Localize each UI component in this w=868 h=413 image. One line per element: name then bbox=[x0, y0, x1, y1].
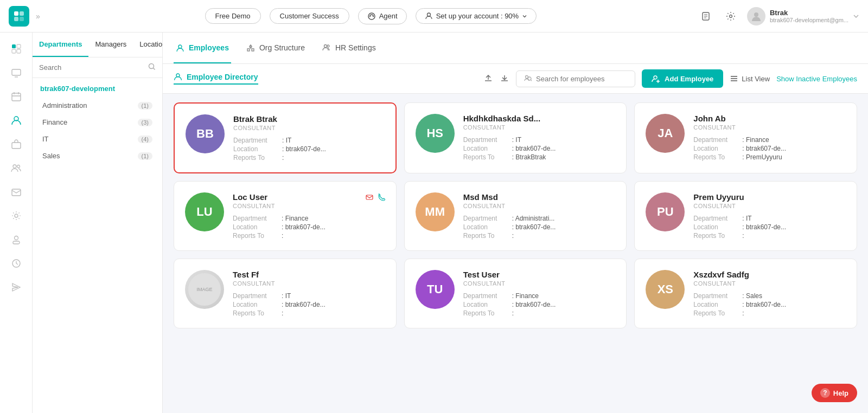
department-item[interactable]: Administration(1) bbox=[37, 97, 158, 114]
sidebar-clock-icon[interactable] bbox=[5, 253, 27, 274]
settings-icon-button[interactable] bbox=[722, 8, 739, 25]
svg-rect-3 bbox=[20, 17, 24, 21]
avatar: TU bbox=[416, 270, 455, 309]
svg-rect-21 bbox=[12, 189, 21, 196]
svg-rect-11 bbox=[12, 44, 16, 48]
employee-grid: BB Btrak Btrak CONSULTANT Department : I… bbox=[163, 94, 868, 413]
employee-card[interactable]: LU Loc User CONSULTANT Department : Fina… bbox=[174, 181, 397, 251]
sidebar-search-input[interactable] bbox=[39, 63, 145, 72]
employee-card[interactable]: MM Msd Msd CONSULTANT Department : Admin… bbox=[404, 181, 627, 251]
svg-rect-2 bbox=[14, 17, 18, 21]
employee-card[interactable]: IMAGE Test Ff CONSULTANT Department : IT… bbox=[174, 259, 397, 328]
sidebar-team-icon[interactable] bbox=[5, 157, 27, 179]
department-item[interactable]: Finance(3) bbox=[37, 114, 158, 131]
nav-expand-icon[interactable]: » bbox=[36, 12, 40, 21]
main-tabs: Employees Org Structure bbox=[163, 33, 868, 64]
employee-name: Hkdhkdhaskda Sd... bbox=[463, 114, 541, 123]
employee-details: Department : Finance Location : btrak607… bbox=[693, 136, 846, 161]
search-employees-input[interactable] bbox=[536, 75, 627, 83]
list-view-icon bbox=[730, 74, 738, 83]
tab-departments[interactable]: Departments bbox=[33, 33, 88, 57]
employee-card[interactable]: XS Xszdxvf Sadfg CONSULTANT Department :… bbox=[634, 259, 857, 328]
help-button[interactable]: ? Help bbox=[812, 384, 857, 402]
svg-rect-14 bbox=[17, 49, 21, 53]
setup-account-button[interactable]: Set up your account : 90% bbox=[416, 8, 537, 24]
tab-hr-settings[interactable]: HR Settings bbox=[320, 33, 378, 63]
free-demo-button[interactable]: Free Demo bbox=[205, 8, 261, 24]
content-area: Departments Managers Locations btrak607-… bbox=[33, 33, 868, 413]
sidebar-mail-icon[interactable] bbox=[5, 181, 27, 203]
upload-icon[interactable] bbox=[483, 73, 493, 85]
directory-tab[interactable]: Employee Directory bbox=[174, 73, 258, 85]
avatar: HS bbox=[416, 114, 455, 153]
svg-rect-13 bbox=[12, 49, 16, 53]
email-icon bbox=[366, 193, 373, 201]
show-inactive-button[interactable]: Show Inactive Employees bbox=[776, 75, 857, 83]
sidebar-send-icon[interactable] bbox=[5, 276, 27, 298]
svg-point-22 bbox=[15, 214, 18, 217]
employee-name: Loc User bbox=[233, 192, 267, 202]
employee-info: Test User CONSULTANT Department : Financ… bbox=[463, 270, 616, 317]
employee-card[interactable]: BB Btrak Btrak CONSULTANT Department : I… bbox=[174, 102, 397, 173]
user-profile[interactable]: Btrak btrak607-development@gm... bbox=[747, 7, 859, 25]
avatar: MM bbox=[416, 192, 455, 231]
add-employee-button[interactable]: Add Employee bbox=[642, 69, 723, 88]
logo[interactable] bbox=[9, 6, 29, 27]
employee-name: John Ab bbox=[693, 114, 725, 123]
svg-point-6 bbox=[372, 15, 373, 16]
avatar: LU bbox=[185, 192, 224, 231]
sidebar-calendar-icon[interactable] bbox=[5, 86, 27, 107]
tab-employees[interactable]: Employees bbox=[174, 33, 231, 63]
directory-label: Employee Directory bbox=[187, 73, 258, 81]
employee-name: Test Ff bbox=[233, 270, 259, 279]
employee-info: Loc User CONSULTANT Department : Finance… bbox=[233, 192, 385, 240]
avatar: XS bbox=[646, 270, 685, 309]
filter-tabs: Departments Managers Locations bbox=[33, 33, 162, 57]
sidebar-user-icon[interactable] bbox=[5, 109, 27, 131]
department-item[interactable]: IT(4) bbox=[37, 131, 158, 147]
employee-title: CONSULTANT bbox=[233, 125, 385, 131]
department-item[interactable]: Sales(1) bbox=[37, 147, 158, 164]
employee-details: Department : Finance Location : btrak607… bbox=[463, 292, 616, 317]
toolbar: Employee Directory bbox=[163, 64, 868, 94]
sidebar-home-icon[interactable] bbox=[5, 38, 27, 60]
sidebar-tv-icon[interactable] bbox=[5, 62, 27, 83]
svg-point-30 bbox=[327, 45, 329, 47]
tab-managers[interactable]: Managers bbox=[88, 33, 133, 57]
employee-card[interactable]: TU Test User CONSULTANT Department : Fin… bbox=[404, 259, 627, 328]
employee-card[interactable]: HS Hkdhkdhaskda Sd... CONSULTANT Departm… bbox=[404, 102, 627, 173]
employee-title: CONSULTANT bbox=[693, 124, 846, 131]
svg-rect-35 bbox=[366, 195, 373, 199]
svg-rect-15 bbox=[12, 69, 21, 75]
help-icon: ? bbox=[820, 388, 830, 398]
employee-name: Test User bbox=[463, 270, 500, 279]
sidebar-search-icon[interactable] bbox=[148, 63, 156, 72]
agent-icon bbox=[367, 12, 376, 21]
customer-success-button[interactable]: Customer Success bbox=[270, 8, 349, 24]
svg-point-9 bbox=[729, 15, 732, 17]
employee-card[interactable]: JA John Ab CONSULTANT Department : Finan… bbox=[634, 102, 857, 173]
employee-card[interactable]: PU Prem Uyyuru CONSULTANT Department : I… bbox=[634, 181, 857, 251]
svg-point-19 bbox=[13, 165, 16, 168]
top-nav: » Free Demo Customer Success Agent Set u… bbox=[0, 0, 868, 33]
document-icon bbox=[701, 11, 711, 21]
sidebar-settings-icon[interactable] bbox=[5, 205, 27, 227]
agent-button[interactable]: Agent bbox=[358, 8, 407, 24]
document-icon-button[interactable] bbox=[697, 8, 714, 25]
download-icon[interactable] bbox=[500, 73, 509, 85]
sidebar-person-icon[interactable] bbox=[5, 229, 27, 250]
avatar bbox=[747, 7, 765, 25]
svg-point-23 bbox=[14, 236, 18, 240]
list-view-button[interactable]: List View bbox=[730, 74, 770, 83]
avatar: IMAGE bbox=[185, 270, 224, 309]
employee-info: John Ab CONSULTANT Department : Finance … bbox=[693, 114, 846, 162]
tab-org-structure[interactable]: Org Structure bbox=[244, 33, 307, 63]
svg-rect-18 bbox=[12, 143, 21, 149]
sidebar-briefcase-icon[interactable] bbox=[5, 133, 27, 155]
employee-title: CONSULTANT bbox=[233, 203, 385, 209]
employee-info: Btrak Btrak CONSULTANT Department : IT L… bbox=[233, 114, 385, 162]
settings-icon bbox=[726, 11, 736, 21]
second-sidebar: Departments Managers Locations btrak607-… bbox=[33, 33, 163, 413]
add-employee-icon bbox=[652, 74, 660, 83]
svg-rect-24 bbox=[13, 241, 20, 244]
